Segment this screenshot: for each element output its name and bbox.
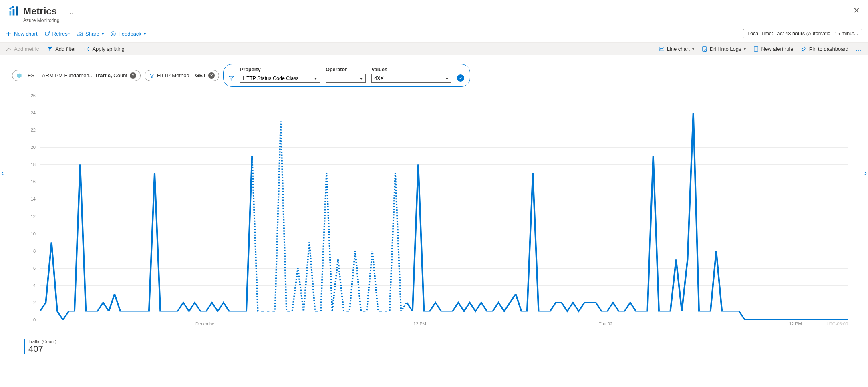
chevron-down-icon: ▾ xyxy=(744,47,746,51)
line-chart-icon xyxy=(659,46,665,52)
metric-icon xyxy=(6,46,12,52)
new-chart-button[interactable]: New chart xyxy=(6,31,38,37)
y-tick-label: 10 xyxy=(31,231,36,236)
command-bar: New chart Refresh Share ▾ Feedback ▾ Loc… xyxy=(0,26,868,42)
svg-rect-2 xyxy=(16,6,18,15)
y-tick-label: 24 xyxy=(31,110,36,115)
y-tick-label: 12 xyxy=(31,214,36,219)
feedback-button[interactable]: Feedback ▾ xyxy=(110,31,146,37)
operator-label: Operator xyxy=(326,67,366,72)
plus-icon xyxy=(6,31,12,37)
funnel-icon xyxy=(149,73,155,78)
legend: Traffic (Count) 407 xyxy=(24,339,868,354)
refresh-button[interactable]: Refresh xyxy=(44,31,71,37)
time-range-picker[interactable]: Local Time: Last 48 hours (Automatic - 1… xyxy=(743,29,862,38)
remove-metric-icon[interactable]: ✕ xyxy=(130,72,136,79)
chart-toolbar: Add metric + Add filter Apply splitting … xyxy=(0,42,868,55)
operator-select[interactable]: = xyxy=(326,74,366,83)
y-tick-label: 4 xyxy=(33,283,36,288)
y-axis: 02468101214161820222426 xyxy=(24,96,38,320)
line-series xyxy=(40,96,848,320)
plot-area xyxy=(40,96,848,320)
split-icon xyxy=(84,46,90,52)
page-header: Metrics Azure Monitoring … xyxy=(0,0,868,26)
drill-logs-button[interactable]: Drill into Logs ▾ xyxy=(701,46,746,52)
metric-pill-label: TEST - ARM PM Fundamen... Traffic, Count xyxy=(24,72,127,78)
svg-rect-1 xyxy=(13,9,15,15)
more-options-icon[interactable]: … xyxy=(856,45,862,52)
legend-series-name: Traffic (Count) xyxy=(28,339,868,344)
share-button[interactable]: Share ▾ xyxy=(77,31,104,37)
y-tick-label: 6 xyxy=(33,266,36,271)
timezone-label: UTC-08:00 xyxy=(826,321,848,326)
chevron-down-icon: ▾ xyxy=(692,47,694,51)
apply-splitting-button[interactable]: Apply splitting xyxy=(84,46,124,52)
page-subtitle: Azure Monitoring xyxy=(23,18,60,23)
metric-filter-row: TEST - ARM PM Fundamen... Traffic, Count… xyxy=(0,55,868,96)
page-title: Metrics xyxy=(23,6,57,17)
svg-point-5 xyxy=(111,31,115,36)
pin-dashboard-button[interactable]: Pin to dashboard xyxy=(801,46,848,52)
y-tick-label: 20 xyxy=(31,145,36,150)
svg-text:+: + xyxy=(51,46,52,48)
add-metric-button[interactable]: Add metric xyxy=(6,46,39,52)
y-tick-label: 14 xyxy=(31,197,36,201)
funnel-icon xyxy=(228,75,234,81)
y-tick-label: 8 xyxy=(33,249,36,253)
y-tick-label: 2 xyxy=(33,300,36,305)
x-tick-label: December xyxy=(195,321,216,326)
svg-point-7 xyxy=(113,33,114,34)
prev-chart-icon[interactable]: ‹ xyxy=(1,168,4,178)
svg-text:!: ! xyxy=(755,47,756,51)
smiley-icon xyxy=(110,31,116,37)
x-tick-label: 12 PM xyxy=(789,321,802,326)
next-chart-icon[interactable]: › xyxy=(864,168,867,178)
property-label: Property xyxy=(240,67,320,72)
logs-icon xyxy=(701,46,707,52)
values-select[interactable]: 4XX xyxy=(371,74,451,83)
y-tick-label: 18 xyxy=(31,162,36,167)
chart: 02468101214161820222426 December12 PMThu… xyxy=(16,96,852,336)
add-filter-button[interactable]: + Add filter xyxy=(47,46,76,52)
chevron-down-icon: ▾ xyxy=(144,32,146,36)
filter-editor: Property HTTP Status Code Class Operator… xyxy=(223,64,470,87)
property-select[interactable]: HTTP Status Code Class xyxy=(240,74,320,83)
y-tick-label: 26 xyxy=(31,93,36,98)
refresh-icon xyxy=(44,31,50,37)
y-tick-label: 0 xyxy=(33,317,36,322)
values-label: Values xyxy=(371,67,451,72)
more-icon[interactable]: … xyxy=(67,7,75,16)
y-tick-label: 16 xyxy=(31,179,36,184)
share-icon xyxy=(77,31,83,37)
x-tick-label: Thu 02 xyxy=(599,321,612,326)
x-axis: December12 PMThu 0212 PMUTC-08:00 xyxy=(40,321,848,328)
y-tick-label: 22 xyxy=(31,128,36,132)
apply-filter-icon[interactable]: ✓ xyxy=(457,74,464,82)
svg-point-6 xyxy=(112,33,113,34)
filter-pill[interactable]: HTTP Method = GET ✕ xyxy=(145,70,219,81)
funnel-plus-icon: + xyxy=(47,46,53,52)
pin-icon xyxy=(801,46,807,52)
alert-icon: ! xyxy=(753,46,759,52)
new-alert-button[interactable]: ! New alert rule xyxy=(753,46,793,52)
resource-icon xyxy=(16,73,22,78)
svg-marker-19 xyxy=(17,73,21,78)
metrics-icon xyxy=(8,6,19,17)
filter-pill-label: HTTP Method = GET xyxy=(157,72,206,78)
svg-rect-0 xyxy=(10,11,12,16)
chart-type-dropdown[interactable]: Line chart ▾ xyxy=(659,46,694,52)
remove-filter-icon[interactable]: ✕ xyxy=(208,72,215,79)
metric-pill[interactable]: TEST - ARM PM Fundamen... Traffic, Count… xyxy=(12,70,141,81)
x-tick-label: 12 PM xyxy=(413,321,426,326)
chevron-down-icon: ▾ xyxy=(102,32,104,36)
close-icon[interactable]: ✕ xyxy=(853,6,860,15)
legend-series-value: 407 xyxy=(28,344,868,354)
